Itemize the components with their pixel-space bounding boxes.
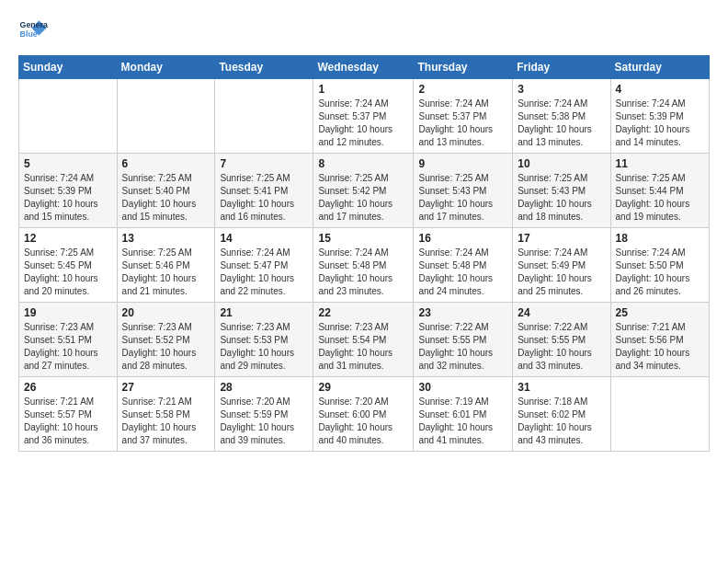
day-info: Sunrise: 7:21 AM Sunset: 5:58 PM Dayligh… bbox=[122, 396, 210, 447]
day-cell: 2Sunrise: 7:24 AM Sunset: 5:37 PM Daylig… bbox=[414, 79, 513, 154]
week-row-3: 12Sunrise: 7:25 AM Sunset: 5:45 PM Dayli… bbox=[19, 228, 710, 303]
week-row-4: 19Sunrise: 7:23 AM Sunset: 5:51 PM Dayli… bbox=[19, 303, 710, 377]
day-info: Sunrise: 7:25 AM Sunset: 5:45 PM Dayligh… bbox=[24, 247, 112, 298]
day-number: 3 bbox=[518, 83, 605, 96]
day-number: 10 bbox=[518, 157, 605, 170]
day-number: 4 bbox=[616, 83, 704, 96]
page: General Blue SundayMondayTuesdayWednesda… bbox=[0, 0, 728, 563]
day-info: Sunrise: 7:25 AM Sunset: 5:40 PM Dayligh… bbox=[122, 172, 210, 224]
day-number: 9 bbox=[418, 157, 507, 170]
day-cell: 10Sunrise: 7:25 AM Sunset: 5:43 PM Dayli… bbox=[513, 154, 610, 228]
day-info: Sunrise: 7:22 AM Sunset: 5:55 PM Dayligh… bbox=[418, 321, 507, 373]
day-cell: 19Sunrise: 7:23 AM Sunset: 5:51 PM Dayli… bbox=[19, 303, 118, 377]
day-cell: 9Sunrise: 7:25 AM Sunset: 5:43 PM Daylig… bbox=[414, 154, 513, 228]
day-cell: 23Sunrise: 7:22 AM Sunset: 5:55 PM Dayli… bbox=[414, 303, 513, 377]
day-info: Sunrise: 7:23 AM Sunset: 5:54 PM Dayligh… bbox=[318, 321, 408, 373]
day-number: 6 bbox=[122, 157, 210, 170]
weekday-header-monday: Monday bbox=[117, 56, 215, 79]
day-cell bbox=[117, 79, 215, 154]
day-info: Sunrise: 7:25 AM Sunset: 5:43 PM Dayligh… bbox=[418, 172, 507, 224]
day-number: 31 bbox=[518, 381, 605, 394]
day-cell: 21Sunrise: 7:23 AM Sunset: 5:53 PM Dayli… bbox=[215, 303, 313, 377]
weekday-header-wednesday: Wednesday bbox=[313, 56, 414, 79]
day-cell: 11Sunrise: 7:25 AM Sunset: 5:44 PM Dayli… bbox=[610, 154, 709, 228]
day-info: Sunrise: 7:24 AM Sunset: 5:48 PM Dayligh… bbox=[318, 247, 408, 298]
day-number: 22 bbox=[318, 306, 408, 319]
day-number: 21 bbox=[220, 306, 308, 319]
svg-text:Blue: Blue bbox=[20, 29, 38, 39]
day-number: 2 bbox=[418, 83, 507, 96]
day-number: 19 bbox=[24, 306, 112, 319]
day-info: Sunrise: 7:25 AM Sunset: 5:42 PM Dayligh… bbox=[318, 172, 408, 224]
day-cell: 28Sunrise: 7:20 AM Sunset: 5:59 PM Dayli… bbox=[215, 377, 313, 452]
day-cell: 16Sunrise: 7:24 AM Sunset: 5:48 PM Dayli… bbox=[414, 228, 513, 303]
day-cell: 31Sunrise: 7:18 AM Sunset: 6:02 PM Dayli… bbox=[513, 377, 610, 452]
day-cell: 14Sunrise: 7:24 AM Sunset: 5:47 PM Dayli… bbox=[215, 228, 313, 303]
day-cell bbox=[215, 79, 313, 154]
day-number: 1 bbox=[318, 83, 408, 96]
header: General Blue bbox=[18, 15, 710, 44]
logo-icon: General Blue bbox=[18, 15, 48, 44]
day-cell: 15Sunrise: 7:24 AM Sunset: 5:48 PM Dayli… bbox=[313, 228, 414, 303]
day-info: Sunrise: 7:20 AM Sunset: 5:59 PM Dayligh… bbox=[220, 396, 308, 447]
calendar: SundayMondayTuesdayWednesdayThursdayFrid… bbox=[18, 55, 710, 452]
day-cell: 18Sunrise: 7:24 AM Sunset: 5:50 PM Dayli… bbox=[610, 228, 709, 303]
day-number: 7 bbox=[220, 157, 308, 170]
day-info: Sunrise: 7:23 AM Sunset: 5:52 PM Dayligh… bbox=[122, 321, 210, 373]
day-info: Sunrise: 7:24 AM Sunset: 5:37 PM Dayligh… bbox=[418, 98, 507, 149]
day-cell: 26Sunrise: 7:21 AM Sunset: 5:57 PM Dayli… bbox=[19, 377, 118, 452]
weekday-header-friday: Friday bbox=[513, 56, 610, 79]
day-cell: 6Sunrise: 7:25 AM Sunset: 5:40 PM Daylig… bbox=[117, 154, 215, 228]
day-number: 24 bbox=[518, 306, 605, 319]
day-info: Sunrise: 7:24 AM Sunset: 5:48 PM Dayligh… bbox=[418, 247, 507, 298]
day-info: Sunrise: 7:24 AM Sunset: 5:37 PM Dayligh… bbox=[318, 98, 408, 149]
day-number: 5 bbox=[24, 157, 112, 170]
day-info: Sunrise: 7:24 AM Sunset: 5:39 PM Dayligh… bbox=[24, 172, 112, 224]
week-row-2: 5Sunrise: 7:24 AM Sunset: 5:39 PM Daylig… bbox=[19, 154, 710, 228]
day-number: 13 bbox=[122, 232, 210, 245]
day-info: Sunrise: 7:23 AM Sunset: 5:51 PM Dayligh… bbox=[24, 321, 112, 373]
day-info: Sunrise: 7:24 AM Sunset: 5:39 PM Dayligh… bbox=[616, 98, 704, 149]
day-cell bbox=[610, 377, 709, 452]
day-number: 15 bbox=[318, 232, 408, 245]
day-cell: 22Sunrise: 7:23 AM Sunset: 5:54 PM Dayli… bbox=[313, 303, 414, 377]
day-info: Sunrise: 7:18 AM Sunset: 6:02 PM Dayligh… bbox=[518, 396, 605, 447]
day-number: 18 bbox=[616, 232, 704, 245]
day-cell: 13Sunrise: 7:25 AM Sunset: 5:46 PM Dayli… bbox=[117, 228, 215, 303]
day-info: Sunrise: 7:25 AM Sunset: 5:43 PM Dayligh… bbox=[518, 172, 605, 224]
day-cell bbox=[19, 79, 118, 154]
week-row-1: 1Sunrise: 7:24 AM Sunset: 5:37 PM Daylig… bbox=[19, 79, 710, 154]
day-number: 27 bbox=[122, 381, 210, 394]
day-cell: 27Sunrise: 7:21 AM Sunset: 5:58 PM Dayli… bbox=[117, 377, 215, 452]
day-cell: 25Sunrise: 7:21 AM Sunset: 5:56 PM Dayli… bbox=[610, 303, 709, 377]
day-cell: 3Sunrise: 7:24 AM Sunset: 5:38 PM Daylig… bbox=[513, 79, 610, 154]
day-info: Sunrise: 7:24 AM Sunset: 5:50 PM Dayligh… bbox=[616, 247, 704, 298]
week-row-5: 26Sunrise: 7:21 AM Sunset: 5:57 PM Dayli… bbox=[19, 377, 710, 452]
day-cell: 1Sunrise: 7:24 AM Sunset: 5:37 PM Daylig… bbox=[313, 79, 414, 154]
day-cell: 24Sunrise: 7:22 AM Sunset: 5:55 PM Dayli… bbox=[513, 303, 610, 377]
weekday-header-row: SundayMondayTuesdayWednesdayThursdayFrid… bbox=[19, 56, 710, 79]
day-info: Sunrise: 7:21 AM Sunset: 5:56 PM Dayligh… bbox=[616, 321, 704, 373]
day-info: Sunrise: 7:25 AM Sunset: 5:41 PM Dayligh… bbox=[220, 172, 308, 224]
weekday-header-saturday: Saturday bbox=[610, 56, 709, 79]
weekday-header-thursday: Thursday bbox=[414, 56, 513, 79]
day-number: 29 bbox=[318, 381, 408, 394]
day-number: 23 bbox=[418, 306, 507, 319]
day-number: 25 bbox=[616, 306, 704, 319]
day-info: Sunrise: 7:24 AM Sunset: 5:38 PM Dayligh… bbox=[518, 98, 605, 149]
day-cell: 7Sunrise: 7:25 AM Sunset: 5:41 PM Daylig… bbox=[215, 154, 313, 228]
day-cell: 12Sunrise: 7:25 AM Sunset: 5:45 PM Dayli… bbox=[19, 228, 118, 303]
day-info: Sunrise: 7:25 AM Sunset: 5:46 PM Dayligh… bbox=[122, 247, 210, 298]
day-info: Sunrise: 7:24 AM Sunset: 5:49 PM Dayligh… bbox=[518, 247, 605, 298]
day-info: Sunrise: 7:22 AM Sunset: 5:55 PM Dayligh… bbox=[518, 321, 605, 373]
day-number: 14 bbox=[220, 232, 308, 245]
day-number: 30 bbox=[418, 381, 507, 394]
day-number: 26 bbox=[24, 381, 112, 394]
day-cell: 17Sunrise: 7:24 AM Sunset: 5:49 PM Dayli… bbox=[513, 228, 610, 303]
day-info: Sunrise: 7:20 AM Sunset: 6:00 PM Dayligh… bbox=[318, 396, 408, 447]
day-cell: 29Sunrise: 7:20 AM Sunset: 6:00 PM Dayli… bbox=[313, 377, 414, 452]
day-info: Sunrise: 7:25 AM Sunset: 5:44 PM Dayligh… bbox=[616, 172, 704, 224]
day-number: 12 bbox=[24, 232, 112, 245]
day-info: Sunrise: 7:24 AM Sunset: 5:47 PM Dayligh… bbox=[220, 247, 308, 298]
day-number: 28 bbox=[220, 381, 308, 394]
